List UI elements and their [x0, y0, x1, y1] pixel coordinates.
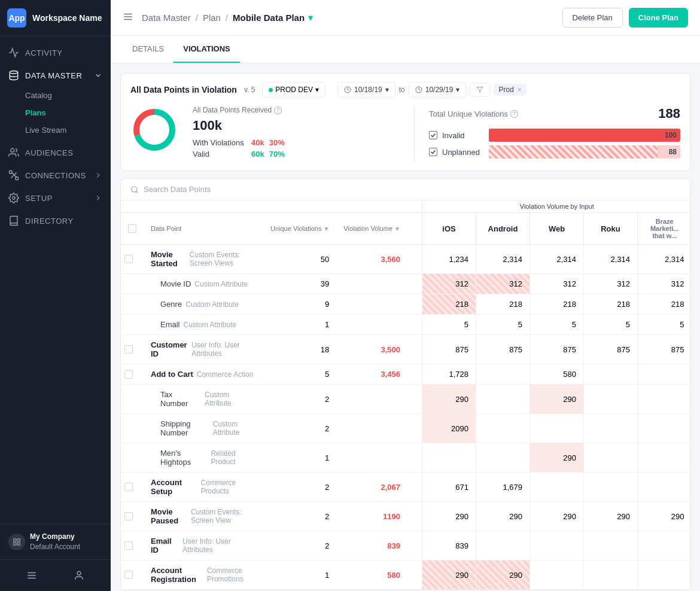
- sidebar-item-label: ACTIVITY: [25, 48, 63, 57]
- dp-type: Custom Attribute: [194, 280, 248, 288]
- invalid-label: Invalid: [442, 131, 484, 140]
- sidebar-bottom-bar: [0, 559, 111, 591]
- sidebar-item-plans[interactable]: Plans: [0, 104, 111, 121]
- sidebar-item-data-master[interactable]: DATA MASTER: [0, 64, 111, 87]
- env-label: PROD DEV: [275, 86, 313, 94]
- sidebar-item-catalog[interactable]: Catalog: [0, 87, 111, 104]
- filter-group: 10/18/19 ▾ to 10/29/19 ▾: [337, 82, 526, 98]
- unique-violations-block: Total Unique Violations ? 188 Invalid: [414, 106, 680, 162]
- violations-table: Violation Volume by Input Data Point Uni…: [121, 200, 690, 590]
- row-checkbox[interactable]: [124, 483, 133, 491]
- dp-name: Genre: [160, 300, 182, 309]
- android-cell: 2,314: [476, 245, 529, 274]
- user-icon[interactable]: [69, 566, 89, 585]
- platform-header-row: Violation Volume by Input: [121, 200, 690, 213]
- breadcrumb-current: Mobile Data Plan ▾: [233, 13, 313, 23]
- svg-rect-2: [10, 171, 13, 174]
- total-violations-label: Total Unique Violations: [429, 109, 508, 118]
- invalid-checkbox[interactable]: [429, 131, 437, 139]
- row-checkbox[interactable]: [124, 370, 133, 379]
- env-chevron: ▾: [315, 86, 319, 94]
- svg-rect-6: [17, 539, 20, 541]
- delete-plan-button[interactable]: Delete Plan: [562, 8, 623, 28]
- sort-icon2: ▼: [394, 226, 400, 232]
- search-bar: [121, 179, 690, 200]
- unique-violations-header: Unique Violations ▼: [263, 213, 336, 245]
- unplanned-checkbox[interactable]: [429, 148, 437, 156]
- braze-cell: 2,314: [637, 245, 690, 274]
- info-icon-vio[interactable]: ?: [510, 110, 518, 118]
- info-icon-dp[interactable]: ?: [274, 106, 282, 114]
- dp-type: Commerce Action: [197, 370, 254, 379]
- sidebar-item-label: DATA MASTER: [25, 71, 82, 80]
- table-row: Tax Number Custom Attribute 2 290 290: [121, 385, 690, 414]
- sidebar-item-connections[interactable]: CONNECTIONS: [0, 164, 111, 187]
- filter-tag-remove[interactable]: ×: [518, 86, 522, 94]
- unplanned-bar: 88: [489, 145, 680, 159]
- valid-label: Valid: [193, 150, 246, 159]
- roku-cell: 2,314: [583, 245, 637, 274]
- env-select[interactable]: PROD DEV ▾: [262, 82, 325, 98]
- android-header: Android: [476, 213, 529, 245]
- sidebar-item-live-stream[interactable]: Live Stream: [0, 121, 111, 139]
- users-icon: [8, 147, 19, 158]
- sidebar-item-directory[interactable]: DIRECTORY: [0, 209, 111, 232]
- table-row: Movie ID Custom Attribute 39 312 312 312: [121, 274, 690, 294]
- sidebar-item-activity[interactable]: ACTIVITY: [0, 41, 111, 64]
- violations-num: 40k: [251, 138, 264, 147]
- clone-plan-button[interactable]: Clone Plan: [629, 8, 688, 28]
- braze-header: Braze Marketi... that w...: [637, 213, 690, 245]
- sidebar: App Workspace Name ACTIVITY DATA MASTER …: [0, 0, 111, 591]
- total-dp-value: 100k: [193, 118, 400, 133]
- table-body: Movie Started Custom Events: Screen View…: [121, 245, 690, 590]
- ios-header: iOS: [422, 213, 476, 245]
- data-master-submenu: Catalog Plans Live Stream: [0, 87, 111, 141]
- valid-num: 60k: [251, 150, 264, 159]
- search-input[interactable]: [144, 185, 680, 194]
- page-dropdown-icon[interactable]: ▾: [308, 13, 313, 23]
- tab-details[interactable]: DETAILS: [123, 36, 174, 63]
- with-violations-label: With Violations: [193, 138, 246, 147]
- invalid-num: 100: [665, 131, 677, 139]
- table-row: Movie Started Custom Events: Screen View…: [121, 245, 690, 274]
- table-row: Email Custom Attribute 1 5 5 5: [121, 315, 690, 335]
- dp-name: Movie ID: [160, 279, 191, 288]
- donut-chart: [130, 106, 178, 154]
- filter-tag-label: Prod: [498, 86, 513, 94]
- dp-name: Account Setup: [151, 478, 197, 496]
- row-checkbox[interactable]: [124, 571, 133, 579]
- table-row: Customer ID User Info: User Attributes 1…: [121, 335, 690, 364]
- date-from-filter[interactable]: 10/18/19 ▾: [337, 82, 395, 98]
- account-name: Default Account: [30, 542, 80, 552]
- sidebar-item-label: AUDIENCES: [25, 148, 73, 157]
- row-checkbox[interactable]: [124, 541, 133, 550]
- violation-volume-col-header: Violation Volume ▼: [336, 213, 407, 245]
- svg-point-9: [77, 571, 81, 575]
- date-from-chevron: ▾: [385, 86, 389, 94]
- hamburger-icon[interactable]: [123, 11, 133, 24]
- row-checkbox[interactable]: [124, 345, 133, 354]
- sidebar-item-setup[interactable]: SETUP: [0, 187, 111, 209]
- filter-button[interactable]: [470, 83, 490, 97]
- chevron-right-icon: [94, 171, 102, 179]
- date-to: 10/29/19: [425, 86, 454, 94]
- row-checkbox[interactable]: [124, 255, 133, 263]
- select-all-checkbox[interactable]: [128, 224, 136, 233]
- filter-tag: Prod ×: [494, 84, 526, 96]
- date-from: 10/18/19: [354, 86, 382, 94]
- waffle-icon[interactable]: [22, 566, 41, 585]
- dp-name: Customer ID: [151, 340, 188, 358]
- roku-header: Roku: [583, 213, 637, 245]
- date-to-filter[interactable]: 10/29/19 ▾: [409, 82, 467, 98]
- row-checkbox[interactable]: [124, 512, 133, 520]
- sort-icon: ▼: [323, 226, 329, 232]
- dp-name: Tax Number: [160, 390, 201, 408]
- table-row: Men's Hightops Related Product 1 290: [121, 443, 690, 473]
- plug-icon: [8, 170, 19, 181]
- workspace-name: Workspace Name: [32, 13, 102, 23]
- breadcrumb-data-master[interactable]: Data Master: [142, 13, 191, 23]
- dp-name: Shipping Number: [160, 419, 209, 437]
- sidebar-item-audiences[interactable]: AUDIENCES: [0, 141, 111, 164]
- tab-violations[interactable]: VIOLATIONS: [174, 36, 239, 63]
- breadcrumb-plan[interactable]: Plan: [203, 13, 221, 23]
